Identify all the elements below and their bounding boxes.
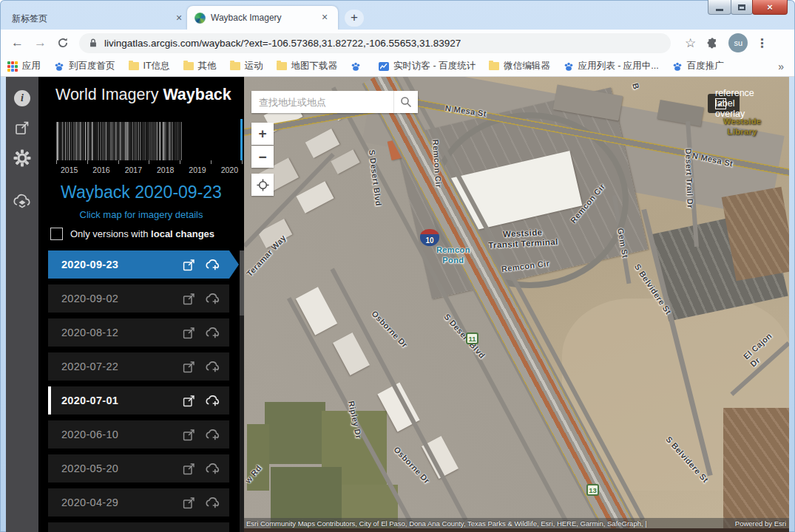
wayback-panel: World Imagery Wayback 201520162017201820… xyxy=(38,77,244,532)
route-13-shield: 13 xyxy=(586,484,599,496)
minimize-button[interactable] xyxy=(708,0,731,15)
map-label: Gem St xyxy=(615,228,630,259)
folder-icon xyxy=(129,62,139,70)
open-version-icon[interactable] xyxy=(182,428,196,442)
open-version-icon[interactable] xyxy=(182,394,196,408)
cloud-layers-button[interactable] xyxy=(13,194,32,211)
minimize-icon xyxy=(716,9,723,11)
info-button[interactable]: i xyxy=(14,90,30,106)
map-label: N Mesa St xyxy=(691,151,734,169)
window-bottom-edge xyxy=(244,528,789,532)
map-label: Osborne Dr xyxy=(369,309,410,350)
open-version-icon[interactable] xyxy=(182,258,196,272)
tab-wayback-imagery[interactable]: Wayback Imagery × xyxy=(187,6,338,30)
browser-toolbar: ← → livingatlas.arcgis.com/wayback/?ext=… xyxy=(1,30,794,56)
route-11-shield: 11 xyxy=(466,332,478,344)
search-button[interactable] xyxy=(393,91,418,113)
version-row[interactable]: 2020-09-02 xyxy=(48,284,229,313)
version-row[interactable]: 2020-04-29 xyxy=(48,488,229,516)
back-button[interactable]: ← xyxy=(11,35,24,50)
browser-menu-icon[interactable]: ⋮ xyxy=(756,36,768,50)
bookmark-apps[interactable]: 应用 xyxy=(1,60,47,72)
apps-grid-icon xyxy=(7,61,18,72)
bookmark-item[interactable]: 百度推广 xyxy=(666,60,731,72)
locate-button[interactable] xyxy=(251,174,274,196)
open-version-icon[interactable] xyxy=(182,360,196,374)
map-label: Remcon Cir xyxy=(501,259,550,275)
bookmark-item[interactable]: 到百度首页 xyxy=(47,60,122,72)
bookmark-folder[interactable]: 地图下载器 xyxy=(270,60,345,72)
bookmark-star-icon[interactable]: ☆ xyxy=(685,35,696,51)
add-to-cart-cloud-icon[interactable] xyxy=(205,496,220,510)
settings-button[interactable] xyxy=(13,149,31,167)
add-to-cart-cloud-icon[interactable] xyxy=(205,326,220,340)
reference-label-overlay-toggle[interactable]: ✓ reference label overlay xyxy=(708,94,740,113)
new-tab-button[interactable]: + xyxy=(345,10,364,27)
locate-icon xyxy=(256,178,270,192)
version-row[interactable]: 2020-07-22 xyxy=(48,352,229,381)
maximize-button[interactable] xyxy=(731,0,753,15)
bookmark-folder[interactable]: 微信编辑器 xyxy=(482,60,557,72)
add-to-cart-cloud-icon[interactable] xyxy=(205,394,220,408)
local-changes-checkbox[interactable] xyxy=(50,228,63,240)
version-row[interactable]: 2020-07-01 xyxy=(48,386,229,415)
version-row[interactable] xyxy=(48,522,229,532)
version-row[interactable]: 2020-05-20 xyxy=(48,454,229,482)
add-to-cart-cloud-icon[interactable] xyxy=(205,258,220,272)
bookmark-folder[interactable]: 运动 xyxy=(223,60,270,72)
search-input[interactable] xyxy=(251,91,393,113)
tab-new-tab[interactable]: 新标签页 × xyxy=(12,9,185,28)
profile-avatar[interactable]: su xyxy=(728,33,748,52)
baidu-paw-icon xyxy=(672,61,683,72)
maximize-icon xyxy=(738,4,745,10)
open-version-icon[interactable] xyxy=(182,292,196,306)
share-button[interactable] xyxy=(14,120,30,136)
local-changes-filter[interactable]: Only versions with local changes xyxy=(50,228,214,240)
reload-button[interactable] xyxy=(57,37,69,49)
url-bar[interactable]: livingatlas.arcgis.com/wayback/?ext=-106… xyxy=(79,33,671,53)
baidu-paw-icon xyxy=(564,61,574,72)
zoom-out-button[interactable]: − xyxy=(251,146,274,168)
window-controls: × xyxy=(708,0,788,15)
version-row[interactable]: 2020-06-10 xyxy=(48,420,229,449)
map-label: Remcon Cir xyxy=(430,139,443,188)
bookmark-folder[interactable]: IT信息 xyxy=(122,60,177,72)
zoom-in-button[interactable]: + xyxy=(251,123,274,145)
imagery-details-link[interactable]: Click map for imagery details xyxy=(38,209,244,220)
version-row[interactable]: 2020-09-23 xyxy=(48,250,229,279)
version-row[interactable]: 2020-08-12 xyxy=(48,318,229,347)
forward-button[interactable]: → xyxy=(34,35,47,50)
baidu-paw-icon xyxy=(351,61,361,72)
bookmark-item[interactable] xyxy=(344,61,372,72)
open-version-icon[interactable] xyxy=(182,496,196,510)
folder-icon xyxy=(230,62,240,70)
map-label: S Desert Blvd xyxy=(442,312,487,361)
close-button[interactable]: × xyxy=(752,0,788,15)
open-version-icon[interactable] xyxy=(182,462,196,476)
add-to-cart-cloud-icon[interactable] xyxy=(205,462,220,476)
add-to-cart-cloud-icon[interactable] xyxy=(205,292,220,306)
bookmarks-overflow-chevron[interactable]: » xyxy=(778,61,784,72)
map-search xyxy=(251,91,418,113)
share-icon xyxy=(14,120,30,136)
bookmark-folder[interactable]: 其他 xyxy=(177,60,223,72)
add-to-cart-cloud-icon[interactable] xyxy=(205,428,220,442)
extensions-icon[interactable] xyxy=(706,37,718,49)
filter-label: Only versions with local changes xyxy=(70,228,214,239)
tab-close-icon[interactable]: × xyxy=(319,12,331,24)
title-bar: 新标签页 × Wayback Imagery × + × xyxy=(0,0,795,30)
tab-close-icon[interactable]: × xyxy=(173,13,185,24)
bookmark-item[interactable]: 实时访客 - 百度统计 xyxy=(372,60,482,72)
url-text: livingatlas.arcgis.com/wayback/?ext=-106… xyxy=(104,38,461,49)
add-to-cart-cloud-icon[interactable] xyxy=(205,360,220,374)
map-canvas[interactable]: N Mesa StN Mesa StBRemcon CirRemcon CirR… xyxy=(244,77,789,532)
selected-version-pointer xyxy=(229,250,239,279)
app-title: World Imagery Wayback xyxy=(55,86,231,104)
map-label: Teramar Way xyxy=(245,233,288,279)
timeline-barcode[interactable] xyxy=(56,118,243,160)
open-version-icon[interactable] xyxy=(182,326,196,340)
selected-version-heading: Wayback 2020-09-23 xyxy=(38,183,244,202)
folder-icon xyxy=(277,62,287,70)
map-label: B xyxy=(629,82,640,91)
bookmark-item[interactable]: 应用列表 - 应用中... xyxy=(557,60,666,72)
